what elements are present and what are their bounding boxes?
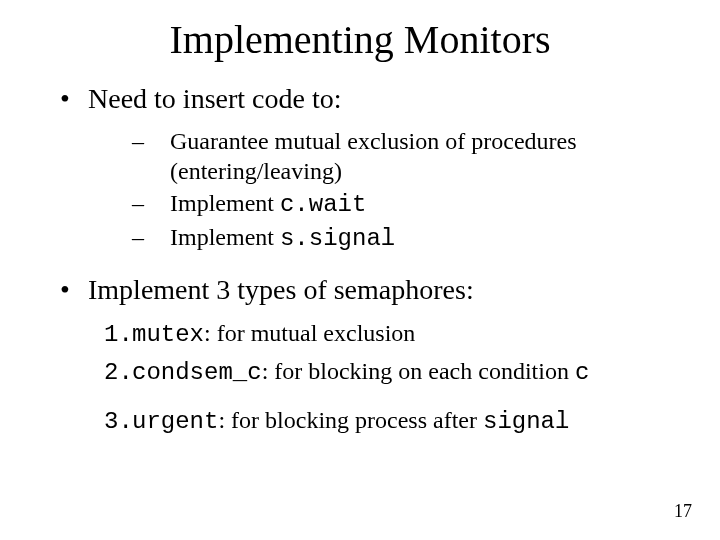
bullet-dot-icon: • [60, 81, 88, 116]
num-item: 3.urgent: for blocking process after sig… [40, 404, 680, 438]
code-c: c [575, 359, 589, 386]
bullet-dot-icon: • [60, 272, 88, 307]
item-rest: : for blocking process after [218, 407, 483, 433]
num-item: 2.condsem_c: for blocking on each condit… [40, 355, 680, 389]
sub-text: Implement [170, 190, 280, 216]
bullet-implement-semaphores: •Implement 3 types of semaphores: [40, 272, 680, 307]
sub-item: –Guarantee mutual exclusion of procedure… [40, 126, 680, 186]
bullet-text: Implement 3 types of semaphores: [88, 274, 474, 305]
item-number: 2. [104, 357, 132, 389]
item-rest: : for mutual exclusion [204, 320, 415, 346]
dash-icon: – [132, 222, 170, 252]
code-urgent: urgent [132, 408, 218, 435]
code-s-signal: s.signal [280, 225, 395, 252]
sub-item: –Implement s.signal [40, 222, 680, 254]
slide-title: Implementing Monitors [40, 16, 680, 63]
code-mutex: mutex [132, 321, 204, 348]
bullet-need-insert-code: •Need to insert code to: [40, 81, 680, 116]
dash-icon: – [132, 188, 170, 218]
code-signal: signal [483, 408, 569, 435]
sub-list-1: –Guarantee mutual exclusion of procedure… [40, 126, 680, 254]
num-item: 1.mutex: for mutual exclusion [40, 317, 680, 351]
item-rest: : for blocking on each condition [262, 358, 575, 384]
sub-text: Implement [170, 224, 280, 250]
code-condsem-c: condsem_c [132, 359, 262, 386]
sub-item: –Implement c.wait [40, 188, 680, 220]
slide: Implementing Monitors •Need to insert co… [0, 0, 720, 540]
bullet-text: Need to insert code to: [88, 83, 341, 114]
sub-text: Guarantee mutual exclusion of procedures… [170, 128, 577, 184]
numbered-list: 1.mutex: for mutual exclusion 2.condsem_… [40, 317, 680, 438]
item-number: 1. [104, 319, 132, 351]
code-c-wait: c.wait [280, 191, 366, 218]
item-number: 3. [104, 406, 132, 438]
page-number: 17 [674, 501, 692, 522]
dash-icon: – [132, 126, 170, 156]
